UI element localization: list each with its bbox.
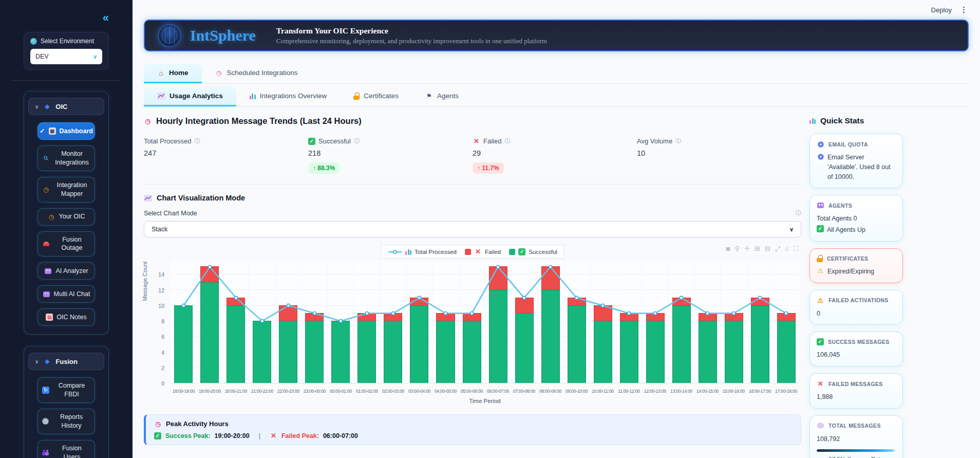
zoom-out-icon[interactable]: ⊟ — [765, 245, 770, 253]
peak-activity-title: ◷ Peak Activity Hours — [154, 420, 793, 428]
zoom-icon[interactable]: ⚲ — [734, 245, 740, 253]
email-quota-icon — [818, 141, 824, 148]
sidebar-item-dashboard[interactable]: ✓▤Dashboard — [37, 122, 95, 140]
check-icon: ✓ — [817, 225, 824, 232]
chevron-down-icon: ∨ — [93, 53, 97, 60]
subtab-usage-analytics[interactable]: Usage Analytics — [144, 87, 236, 106]
reset-home-icon[interactable]: ⌂ — [785, 245, 789, 253]
search-icon: ⚲ — [41, 153, 51, 163]
home-icon: ⌂ — [157, 69, 165, 77]
sidebar-item-compare-fbdi[interactable]: ↻Compare FBDI — [37, 377, 95, 403]
quick-stat-card-email-quota[interactable]: EMAIL QUOTA Email Server 'Available'. Us… — [809, 134, 903, 188]
chart-mode-select[interactable]: Stack ∨ — [144, 221, 801, 237]
notebook-icon: ▤ — [46, 314, 53, 321]
success-rate-label: 97.5% Success Rate — [817, 456, 896, 458]
failed-peak-value: 06:00-07:00 — [323, 432, 358, 439]
peak-activity-box: ◷ Peak Activity Hours ✓ Success Peak: 19… — [144, 414, 801, 445]
quick-stat-card-total-messages[interactable]: TOTAL MESSAGES 108,792 97.5% Success Rat… — [809, 415, 903, 458]
banner-title: Transform Your OIC Experience — [276, 26, 547, 35]
subtab-agents[interactable]: ⚑Agents — [412, 87, 472, 106]
check-icon: ✓ — [154, 432, 161, 439]
autoscale-icon[interactable]: ⤢ — [775, 245, 780, 253]
environment-select[interactable]: DEV ∨ — [30, 49, 102, 64]
info-icon[interactable]: ⓘ — [195, 137, 201, 145]
legend-successful[interactable]: ✓Successful — [509, 248, 557, 255]
diamond-icon: ◆ — [43, 358, 51, 365]
tab-scheduled-integrations[interactable]: ◷Scheduled Integrations — [202, 64, 311, 83]
sidebar-item-ai-analyzer[interactable]: AI Analyzer — [37, 262, 95, 280]
stat-successful: ✓Successfulⓘ 218 ↑ 88.3% — [308, 137, 473, 174]
zoom-in-icon[interactable]: ⊞ — [755, 245, 760, 253]
sidebar-group-header-fusion[interactable]: ∨ ◆Fusion — [28, 353, 104, 370]
environment-selected-value: DEV — [35, 53, 49, 60]
sidebar: « Select Environment DEV ∨ ∨ ◆OIC ✓▤Dash… — [0, 0, 133, 458]
diamond-icon: ◆ — [43, 103, 51, 111]
sidebar-group-header-oic[interactable]: ∨ ◆OIC — [28, 98, 104, 115]
quick-stat-card-agents[interactable]: AGENTS Total Agents 0✓All Agents Up — [809, 195, 903, 242]
kebab-menu-icon[interactable]: ⋮ — [960, 5, 968, 14]
line-chart-icon — [144, 195, 152, 201]
peak-activity-values: ✓ Success Peak: 19:00-20:00 | ✕ Failed P… — [154, 432, 793, 439]
subtab-integrations-overview[interactable]: Integrations Overview — [236, 87, 341, 106]
cross-icon: ✕ — [473, 137, 480, 145]
info-icon[interactable]: ⓘ — [796, 209, 802, 217]
plot-area[interactable] — [171, 261, 799, 383]
environment-label: Select Environment — [30, 38, 102, 45]
legend-total-processed[interactable]: Total Processed — [388, 249, 457, 255]
legend-failed[interactable]: ✕Failed — [465, 248, 501, 255]
intsphere-logo-icon — [158, 24, 181, 47]
info-icon[interactable]: ⓘ — [675, 137, 682, 145]
sidebar-item-multi-ai-chat[interactable]: Multi AI Chat — [37, 285, 95, 303]
stat-failed-value: 29 — [473, 149, 637, 157]
info-icon[interactable]: ⓘ — [354, 137, 360, 145]
sidebar-item-your-oic[interactable]: ◷Your OIC — [37, 208, 95, 226]
stats-row: Total Processedⓘ 247 ✓Successfulⓘ 218 ↑ … — [144, 137, 801, 174]
robot-icon — [45, 268, 51, 274]
bar-chart-icon — [250, 93, 256, 99]
successful-swatch — [509, 249, 515, 255]
select-chart-mode-label: Select Chart Mode — [144, 210, 197, 217]
stopwatch-icon: ◷ — [144, 117, 152, 125]
top-bar: Deploy ⋮ — [144, 0, 969, 20]
alarm-clock-icon: ◷ — [154, 420, 162, 428]
sidebar-item-fusion-users[interactable]: Fusion Users — [37, 440, 95, 458]
deploy-button[interactable]: Deploy — [931, 6, 952, 14]
trends-title: ◷ Hourly Integration Message Trends (Las… — [144, 116, 801, 126]
chevron-down-icon: ∨ — [35, 359, 39, 364]
brand-name: IntSphere — [190, 27, 256, 44]
quick-stat-card-failed-messages[interactable]: ✕FAILED MESSAGES 1,988 — [809, 373, 903, 409]
quick-stat-card-success-messages[interactable]: ✓SUCCESS MESSAGES 106,045 — [809, 332, 903, 367]
stopwatch-icon: ◷ — [48, 213, 55, 221]
lock-icon — [817, 255, 823, 262]
info-icon[interactable]: ⓘ — [504, 137, 511, 145]
sidebar-item-reports-history[interactable]: ◷Reports History — [37, 409, 95, 434]
stat-avg-volume: Avg Volumeⓘ 10 — [637, 137, 801, 174]
pan-icon[interactable]: ✛ — [744, 245, 750, 253]
subtab-certificates[interactable]: Certificates — [340, 87, 412, 106]
robot-icon — [817, 203, 824, 208]
failed-swatch — [465, 249, 471, 255]
chevron-down-icon: ∨ — [789, 226, 794, 233]
alarm-clock-icon: ◷ — [215, 69, 223, 77]
app-banner: IntSphere Transform Your OIC Experience … — [144, 20, 969, 51]
sidebar-item-fusion-outage[interactable]: Fusion Outage — [37, 231, 95, 257]
check-icon: ✓ — [308, 138, 315, 145]
sidebar-item-oic-notes[interactable]: ▤OIC Notes — [37, 308, 95, 326]
fullscreen-icon[interactable]: ⛶ — [794, 245, 798, 253]
sidebar-collapse-button[interactable]: « — [103, 11, 109, 25]
sidebar-item-monitor-integrations[interactable]: ⚲Monitor Integrations — [37, 145, 95, 171]
quick-stat-card-failed-activations[interactable]: ⚠FAILED ACTIVATIONS 0 — [809, 290, 903, 325]
camera-icon[interactable]: ◙ — [726, 245, 730, 253]
chart-toolbar: ◙⚲✛⊞⊟⤢⌂⛶ — [726, 245, 798, 253]
sidebar-item-integration-mapper[interactable]: ◷Integration Mapper — [37, 177, 95, 203]
cross-icon: ✕ — [270, 432, 277, 439]
stat-total-processed-value: 247 — [144, 149, 308, 157]
quick-stat-card-certificates[interactable]: CERTIFICATES ⚠Expired/Expiring — [809, 248, 903, 283]
chart-legend[interactable]: Total Processed ✕Failed ✓Successful — [381, 245, 564, 259]
stat-successful-value: 218 — [308, 149, 473, 157]
main-tabs: ⌂Home ◷Scheduled Integrations — [144, 64, 969, 84]
tab-home[interactable]: ⌂Home — [144, 64, 202, 83]
stat-successful-badge: ↑ 88.3% — [308, 162, 340, 174]
check-icon: ✓ — [817, 338, 824, 345]
sub-tabs: Usage Analytics Integrations Overview Ce… — [144, 87, 969, 107]
